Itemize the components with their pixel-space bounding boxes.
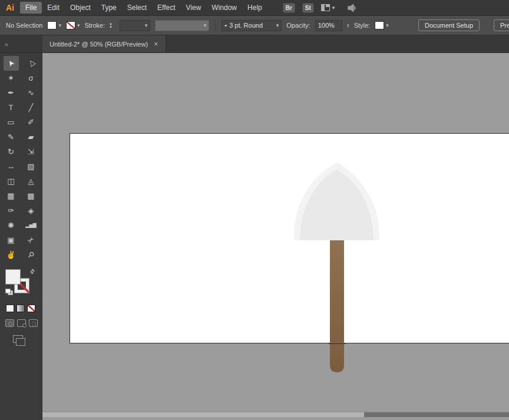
layout-icon bbox=[321, 4, 330, 11]
stepper-down-icon[interactable]: ▾ bbox=[110, 25, 115, 29]
shovel-blade-inner[interactable] bbox=[300, 170, 374, 240]
bridge-button[interactable]: Br bbox=[283, 3, 295, 13]
stock-button[interactable]: St bbox=[302, 3, 314, 13]
chevron-down-icon: ▾ bbox=[58, 22, 61, 28]
magic-wand-tool[interactable]: ✶ bbox=[4, 71, 19, 85]
draw-normal-button[interactable] bbox=[5, 319, 14, 327]
collapse-panel-icon[interactable]: « bbox=[5, 41, 8, 48]
line-segment-tool[interactable]: ╱ bbox=[24, 100, 39, 115]
canvas-pasteboard[interactable] bbox=[42, 53, 509, 420]
style-label[interactable]: Style: bbox=[354, 22, 371, 29]
menu-edit[interactable]: Edit bbox=[42, 2, 65, 14]
curvature-tool[interactable]: ∿ bbox=[24, 85, 39, 100]
main-area: ➤ ▷ ✶ σ ✒ ∿ T ╱ ▭ ✐ ✎ ▰ ↻ ⇲ ↔ ▧ ◫ ◬ ▦ ▩ … bbox=[0, 53, 509, 420]
column-graph-tool[interactable]: ▂▅▇ bbox=[24, 218, 39, 233]
chevron-down-icon: ▾ bbox=[77, 22, 80, 28]
shaper-tool[interactable]: ✎ bbox=[4, 130, 19, 144]
horizontal-scrollbar-thumb[interactable] bbox=[364, 412, 509, 417]
close-tab-icon[interactable]: × bbox=[154, 39, 158, 48]
opacity-label[interactable]: Opacity: bbox=[286, 22, 310, 29]
stroke-weight-combo[interactable]: ▾ bbox=[120, 20, 150, 31]
shovel-artwork[interactable] bbox=[42, 53, 509, 420]
brush-name: 3 pt. Round bbox=[229, 22, 263, 29]
chevron-down-icon: ▾ bbox=[276, 22, 279, 28]
menu-effect[interactable]: Effect bbox=[152, 2, 180, 14]
swap-fill-stroke-icon[interactable]: ⇄ bbox=[29, 267, 37, 275]
menu-help[interactable]: Help bbox=[242, 2, 267, 14]
share-icon[interactable] bbox=[348, 4, 356, 12]
symbol-sprayer-tool[interactable]: ✺ bbox=[4, 218, 19, 233]
mesh-tool[interactable]: ▦ bbox=[4, 188, 19, 203]
paintbrush-tool[interactable]: ✐ bbox=[24, 115, 39, 130]
draw-inside-button[interactable] bbox=[29, 319, 38, 327]
fill-color-control[interactable]: ▾ bbox=[47, 21, 61, 29]
artboard-tool[interactable]: ▣ bbox=[4, 233, 19, 247]
document-tab-title: Untitled-2* @ 50% (RGB/Preview) bbox=[49, 41, 148, 48]
draw-behind-button[interactable] bbox=[17, 319, 26, 327]
chevron-down-icon: ▾ bbox=[386, 22, 389, 28]
blend-tool[interactable]: ◈ bbox=[24, 203, 39, 218]
shovel-handle[interactable] bbox=[330, 239, 344, 372]
scale-tool[interactable]: ⇲ bbox=[24, 144, 39, 159]
preferences-button[interactable]: Pref bbox=[494, 19, 509, 31]
arrange-documents-button[interactable]: ▾ bbox=[321, 4, 335, 11]
eraser-tool[interactable]: ▰ bbox=[24, 130, 39, 144]
screen-mode-button[interactable] bbox=[13, 335, 23, 343]
lasso-tool[interactable]: σ bbox=[24, 71, 39, 85]
eraser-tool-icon: ▰ bbox=[28, 133, 34, 141]
stroke-weight-stepper[interactable]: ▴ ▾ bbox=[110, 22, 115, 29]
rectangle-tool[interactable]: ▭ bbox=[4, 115, 19, 130]
zoom-tool[interactable]: ⚲ bbox=[24, 247, 39, 262]
document-setup-button[interactable]: Document Setup bbox=[418, 19, 480, 31]
stroke-color-control[interactable]: ▾ bbox=[66, 21, 80, 29]
rectangle-tool-icon: ▭ bbox=[7, 118, 14, 126]
style-swatch-icon bbox=[375, 21, 384, 29]
shaper-tool-icon: ✎ bbox=[8, 133, 14, 141]
fill-stroke-control: ⇄ bbox=[5, 269, 37, 296]
width-tool[interactable]: ↔ bbox=[4, 159, 19, 174]
selection-tool[interactable]: ➤ bbox=[4, 56, 19, 71]
selection-status: No Selection bbox=[6, 22, 42, 29]
slice-tool[interactable]: ✂ bbox=[24, 233, 39, 247]
menu-file[interactable]: File bbox=[20, 2, 42, 14]
hand-tool[interactable]: ✌ bbox=[4, 247, 19, 262]
free-transform-tool[interactable]: ▧ bbox=[24, 159, 39, 174]
menu-window[interactable]: Window bbox=[206, 2, 242, 14]
curvature-tool-icon: ∿ bbox=[28, 89, 34, 97]
symbol-sprayer-tool-icon: ✺ bbox=[8, 221, 14, 229]
opacity-field[interactable]: 100% bbox=[315, 20, 342, 31]
type-tool[interactable]: T bbox=[4, 100, 19, 115]
rotate-tool[interactable]: ↻ bbox=[4, 144, 19, 159]
brush-definition-combo[interactable]: • 3 pt. Round ▾ bbox=[222, 20, 282, 31]
fill-swatch[interactable] bbox=[5, 269, 21, 285]
perspective-grid-tool[interactable]: ◬ bbox=[24, 174, 39, 188]
stroke-label[interactable]: Stroke: bbox=[84, 22, 105, 29]
width-profile-combo[interactable]: ▾ bbox=[155, 20, 209, 31]
eyedropper-tool[interactable]: ✑ bbox=[4, 203, 19, 218]
gradient-button[interactable] bbox=[16, 305, 25, 312]
artboard-tool-icon: ▣ bbox=[7, 236, 14, 244]
menu-object[interactable]: Object bbox=[65, 2, 96, 14]
default-fill-stroke-icon[interactable] bbox=[5, 289, 13, 295]
opacity-flyout-icon[interactable]: › bbox=[347, 21, 349, 29]
chevron-down-icon: ▾ bbox=[332, 5, 335, 11]
selection-tool-icon: ➤ bbox=[6, 58, 16, 68]
mesh-tool-icon: ▦ bbox=[7, 192, 14, 200]
toolbar-header: « bbox=[0, 35, 42, 52]
menu-view[interactable]: View bbox=[181, 2, 207, 14]
document-tab[interactable]: Untitled-2* @ 50% (RGB/Preview) × bbox=[42, 35, 166, 52]
bullet-icon: • bbox=[224, 22, 227, 29]
paintbrush-tool-icon: ✐ bbox=[28, 118, 34, 126]
blend-tool-icon: ◈ bbox=[28, 207, 34, 214]
horizontal-scrollbar[interactable] bbox=[42, 412, 509, 417]
color-button[interactable] bbox=[6, 305, 14, 312]
pen-tool[interactable]: ✒ bbox=[4, 85, 19, 100]
menu-select[interactable]: Select bbox=[122, 2, 152, 14]
menu-type[interactable]: Type bbox=[96, 2, 122, 14]
direct-selection-tool[interactable]: ▷ bbox=[24, 56, 39, 71]
none-button[interactable] bbox=[27, 305, 35, 312]
gradient-tool[interactable]: ▩ bbox=[24, 188, 39, 203]
free-transform-tool-icon: ▧ bbox=[27, 163, 34, 170]
shape-builder-tool[interactable]: ◫ bbox=[4, 174, 19, 188]
style-control[interactable]: ▾ bbox=[375, 21, 389, 29]
